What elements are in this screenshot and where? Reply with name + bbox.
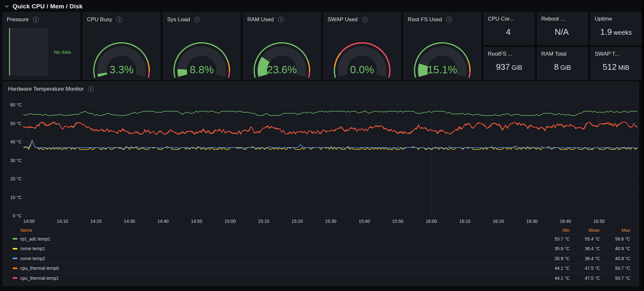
temperature-chart-plot[interactable]: 14:0014:1014:2014:3014:4014:5015:0015:10… [7, 93, 639, 227]
svg-text:40 °C: 40 °C [10, 139, 22, 144]
info-icon[interactable]: i [116, 17, 122, 23]
legend-series-name[interactable]: cpu_thermal temp0 [20, 266, 539, 271]
info-icon[interactable]: i [278, 17, 284, 23]
row-collapse-header[interactable]: Quick CPU / Mem / Disk [3, 1, 641, 12]
svg-text:60 °C: 60 °C [10, 102, 22, 107]
root-fs-used-gauge: 15.1% [404, 23, 480, 79]
legend-mean-value: 55.4 °C [570, 236, 600, 241]
info-icon[interactable]: i [88, 86, 94, 92]
panel-title-root-fs-used[interactable]: Root FS Used [408, 16, 442, 23]
legend-header-mean[interactable]: Mean [570, 228, 600, 233]
legend-row: rp1_adc temp153.7 °C55.4 °C56.6 °C [13, 234, 630, 244]
legend-header: Name Min Mean Max [13, 227, 630, 234]
panel-title-rootfs-total[interactable]: RootFS ... [488, 51, 513, 57]
svg-text:16:00: 16:00 [426, 219, 437, 224]
legend-max-value: 40.9 °C [600, 246, 630, 251]
panel-title-reboot[interactable]: Reboot ... [541, 16, 565, 22]
pressure-graph-placeholder [9, 28, 48, 76]
stat-value: 8GiB [541, 62, 584, 72]
svg-text:14:10: 14:10 [57, 219, 68, 224]
panel-title-swap-used[interactable]: SWAP Used [327, 16, 358, 23]
series-color-swatch-icon[interactable] [13, 258, 17, 259]
panel-root-fs-used: Root FS Used i 15.1% [403, 12, 481, 80]
svg-text:16:50: 16:50 [593, 219, 605, 224]
svg-text:16:40: 16:40 [560, 219, 571, 224]
svg-text:15:20: 15:20 [291, 219, 303, 224]
cpu-busy-gauge: 3.3% [83, 23, 160, 79]
legend-max-value: 50.7 °C [600, 276, 630, 281]
panel-title-ram-used[interactable]: RAM Used [247, 16, 274, 23]
legend-max-value: 56.6 °C [600, 236, 630, 241]
svg-text:14:00: 14:00 [23, 219, 34, 224]
svg-text:16:20: 16:20 [493, 219, 504, 224]
legend-series-name[interactable]: nvme temp2 [20, 256, 539, 261]
panel-title-cpu-busy[interactable]: CPU Busy [87, 16, 112, 23]
panel-title-cpu-cores[interactable]: CPU Cor... [488, 16, 514, 22]
stat-value: 1.9weeks [595, 27, 637, 37]
svg-text:15:10: 15:10 [258, 219, 269, 224]
legend-mean-value: 36.4 °C [570, 246, 600, 251]
panel-sys-load: Sys Load i 8.8% [163, 12, 241, 80]
info-icon[interactable]: i [446, 17, 452, 23]
info-icon[interactable]: i [362, 17, 368, 23]
panel-swap-used: SWAP Used i 0.0% [323, 12, 401, 80]
legend-header-min[interactable]: Min [539, 228, 570, 233]
no-data-label: No data [48, 49, 77, 55]
panel-title-pressure[interactable]: Pressure [7, 16, 29, 23]
svg-text:23.6%: 23.6% [267, 64, 297, 76]
legend-row: cpu_thermal temp144.1 °C47.5 °C50.7 °C [13, 273, 630, 283]
stat-value: 937GiB [488, 62, 530, 72]
legend-max-value: 40.9 °C [600, 256, 630, 261]
legend-header-max[interactable]: Max [600, 228, 630, 233]
stat-value: N/A [541, 27, 584, 37]
legend-min-value: 44.1 °C [539, 276, 570, 281]
series-color-swatch-icon[interactable] [13, 248, 17, 250]
panel-title-sys-load[interactable]: Sys Load [167, 16, 190, 23]
series-color-swatch-icon[interactable] [13, 238, 17, 240]
panel-title-uptime[interactable]: Uptime [595, 16, 612, 22]
panel-pressure: Pressure i No data [3, 12, 80, 80]
chevron-down-icon[interactable] [5, 4, 9, 9]
legend-mean-value: 36.4 °C [570, 256, 600, 261]
legend-header-name[interactable]: Name [20, 228, 539, 233]
svg-text:0.0%: 0.0% [350, 64, 374, 76]
svg-text:15:30: 15:30 [325, 219, 336, 224]
panel-title-ram-total[interactable]: RAM Total [541, 51, 566, 57]
section-title[interactable]: Quick CPU / Mem / Disk [13, 3, 83, 10]
svg-text:10 °C: 10 °C [10, 195, 22, 200]
svg-text:20 °C: 20 °C [10, 176, 22, 181]
legend-min-value: 35.9 °C [539, 256, 570, 261]
legend-min-value: 35.9 °C [539, 246, 570, 251]
panel-rootfs-total: RootFS ... 937GiB [484, 47, 535, 80]
svg-text:0 °C: 0 °C [13, 213, 22, 218]
svg-text:3.3%: 3.3% [109, 64, 133, 76]
legend-row: cpu_thermal temp044.1 °C47.5 °C50.7 °C [13, 263, 630, 273]
legend-series-name[interactable]: rp1_adc temp1 [20, 236, 539, 241]
stat-value: 4 [488, 27, 530, 37]
panel-ram-used: RAM Used i 23.6% [243, 12, 321, 80]
svg-text:15:40: 15:40 [359, 219, 370, 224]
legend-row: nvme temp135.9 °C36.4 °C40.9 °C [13, 244, 630, 254]
panel-title-swap-total[interactable]: SWAP T... [595, 51, 619, 57]
stat-value: 512MiB [595, 62, 637, 72]
legend-series-name[interactable]: nvme temp1 [20, 246, 539, 251]
legend-min-value: 44.1 °C [539, 266, 570, 271]
svg-text:14:40: 14:40 [157, 219, 169, 224]
series-color-swatch-icon[interactable] [13, 277, 17, 279]
panel-hardware-temperature: Hardware Temperature Monitor i 14:0014:1… [3, 82, 639, 286]
svg-text:16:10: 16:10 [459, 219, 470, 224]
panel-reboot-required: Reboot ... N/A [537, 12, 588, 45]
svg-text:15:50: 15:50 [392, 219, 403, 224]
info-icon[interactable]: i [194, 17, 200, 23]
panel-ram-total: RAM Total 8GiB [537, 47, 588, 80]
panel-swap-total: SWAP T... 512MiB [591, 47, 641, 80]
legend-row: nvme temp235.9 °C36.4 °C40.9 °C [13, 253, 630, 263]
legend-table: Name Min Mean Max rp1_adc temp153.7 °C55… [3, 227, 639, 283]
info-icon[interactable]: i [33, 17, 39, 23]
svg-text:50 °C: 50 °C [10, 121, 22, 126]
sys-load-gauge: 8.8% [164, 23, 240, 79]
series-color-swatch-icon[interactable] [13, 268, 17, 269]
legend-series-name[interactable]: cpu_thermal temp1 [20, 276, 539, 281]
panel-title-temperature[interactable]: Hardware Temperature Monitor [8, 86, 84, 92]
svg-text:14:30: 14:30 [124, 219, 135, 224]
